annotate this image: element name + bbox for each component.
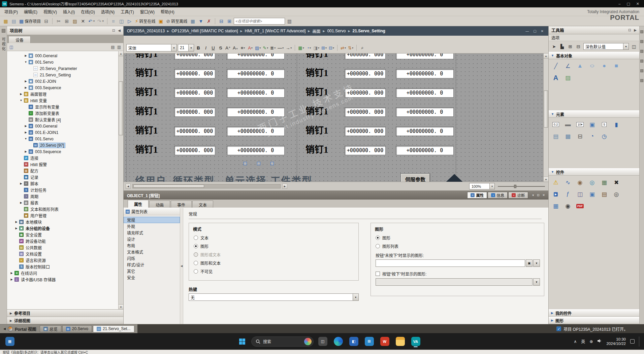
- hmi-text-field[interactable]: 销钉1: [135, 106, 158, 116]
- editor-minimize-button[interactable]: —: [525, 29, 529, 33]
- tree-expander-icon[interactable]: ▶: [10, 278, 13, 281]
- hmi-text-field[interactable]: 销钉1: [135, 87, 158, 97]
- left-strip-label[interactable]: 可视化: [1, 37, 6, 51]
- unpressed-graphic-input[interactable]: [376, 259, 525, 267]
- tree-item[interactable]: ◉用户管理: [7, 212, 118, 219]
- tree-item[interactable]: ▶▤001.E-JOIN1: [7, 129, 118, 136]
- menu-item[interactable]: 帮助(H): [158, 7, 178, 16]
- recipe-view-icon[interactable]: ▦: [599, 177, 610, 187]
- collapsed-panel-icon[interactable]: [640, 50, 643, 53]
- font-color-button[interactable]: A▾: [247, 44, 254, 51]
- tree-expander-icon[interactable]: ▶: [19, 201, 23, 204]
- save-project-button[interactable]: ▦保存项目: [18, 17, 42, 25]
- flip-button[interactable]: ⇄▾: [340, 44, 347, 51]
- radio-option[interactable]: 不可见: [189, 267, 358, 276]
- scroll-left-icon[interactable]: ◀: [126, 184, 131, 189]
- hmi-text-field[interactable]: 销钉1: [305, 54, 328, 59]
- scroll-up-icon[interactable]: ▲: [544, 54, 548, 59]
- hmi-io-field[interactable]: +000000. 000: [345, 107, 386, 117]
- grid-button[interactable]: ⊞▾: [321, 44, 327, 51]
- line-icon[interactable]: ╱: [550, 61, 561, 71]
- tree-item[interactable]: ▶▯读卡器/USB 存储器: [7, 276, 118, 283]
- project-search-input[interactable]: [234, 18, 285, 25]
- toolbox-pin-icon[interactable]: ⊡: [628, 28, 631, 32]
- rotate-button[interactable]: ⇅▾: [347, 44, 354, 51]
- ellipse-icon[interactable]: ○: [586, 61, 598, 71]
- hmi-io-field[interactable]: +00000000. 0: [227, 146, 285, 155]
- graphic-dropdown-button[interactable]: ▾: [533, 259, 540, 267]
- smart-server-icon[interactable]: ◫: [574, 189, 586, 199]
- line-style-button[interactable]: ≣▾: [269, 44, 276, 51]
- details-view-section[interactable]: ▶ 详细视图: [7, 317, 123, 324]
- tree-item[interactable]: ⇄跨设备功能: [7, 238, 118, 244]
- fx-trend-icon[interactable]: ƒ: [562, 189, 574, 199]
- spacing-button[interactable]: ⊟▾: [328, 44, 335, 51]
- selection-handle-icon[interactable]: [244, 162, 247, 165]
- properties-nav-item[interactable]: 文本格式: [124, 249, 180, 255]
- show-desktop-button[interactable]: [639, 337, 640, 347]
- hmi-io-field[interactable]: +00000000. 0: [227, 107, 285, 117]
- tree-item[interactable]: ▶⊕在线访问: [7, 270, 118, 276]
- tree-item[interactable]: ▶▤003.Sequence: [7, 148, 118, 155]
- hmi-io-field[interactable]: +000000. 000: [345, 146, 386, 155]
- hmi-text-field[interactable]: 销钉1: [305, 145, 328, 155]
- menu-item[interactable]: 项目(P): [1, 7, 21, 16]
- hmi-io-field[interactable]: +000000. 000: [174, 69, 215, 78]
- radio-option[interactable]: 图形: [189, 242, 358, 250]
- tree-item[interactable]: ⊞显示所有变量: [7, 104, 118, 110]
- panel-pin-icon[interactable]: ⊡: [112, 29, 115, 32]
- strikethrough-button[interactable]: S: [217, 44, 224, 51]
- html-browser-icon[interactable]: ◎: [586, 177, 598, 187]
- hmi-text-field[interactable]: 销钉1: [305, 68, 328, 78]
- hmi-clipped-text[interactable]: 终用户: [135, 173, 166, 182]
- radio-option[interactable]: 图形: [371, 234, 544, 242]
- tree-item[interactable]: 5计划任务: [7, 187, 118, 193]
- inspector-close-icon[interactable]: ✕: [542, 193, 545, 197]
- rectangle-icon[interactable]: ■: [611, 61, 622, 71]
- tree-item[interactable]: ▼▨HMI 变量: [7, 97, 118, 104]
- hmi-clipped-text[interactable]: 单元选择: [225, 173, 266, 182]
- tree-item[interactable]: ▼▣001.Servo: [7, 59, 118, 65]
- tree-item[interactable]: ▶▣未分组的设备: [7, 225, 118, 232]
- breadcrumb-item[interactable]: 21.Servo_Setting: [353, 29, 385, 33]
- trend-view-icon[interactable]: ∿: [562, 177, 574, 187]
- tree-item[interactable]: ⇄连接: [7, 155, 118, 161]
- tree-item[interactable]: ▶≡脚本: [7, 180, 118, 187]
- inspector-tab[interactable]: ≡属性: [467, 192, 487, 199]
- symbolic-io-field-icon[interactable]: 10▾: [574, 119, 586, 130]
- window-close-button[interactable]: ✕: [636, 2, 639, 6]
- download-button[interactable]: ▼: [197, 17, 204, 25]
- hmi-clipped-text[interactable]: 循环类型: [173, 173, 215, 182]
- pen-color-button[interactable]: ✎▾: [262, 44, 269, 51]
- tree-item[interactable]: ▶▤000.General: [7, 123, 118, 129]
- hmi-io-field[interactable]: +00000000. 0: [227, 88, 285, 98]
- graphic-view-icon[interactable]: ▨: [562, 73, 574, 83]
- nav-collapse-handle[interactable]: ◀: [180, 208, 183, 324]
- network-view-button[interactable]: ⌗: [110, 17, 117, 25]
- background-color-button[interactable]: ▨▾: [254, 44, 261, 51]
- polygon-icon[interactable]: ▲: [574, 61, 586, 71]
- tree-item[interactable]: ▭20.Servo_Parameter: [7, 65, 118, 72]
- properties-nav-item[interactable]: 外观: [124, 223, 180, 229]
- hmi-io-field[interactable]: +00000000. 0: [396, 88, 454, 98]
- collapsed-panel-icon[interactable]: [640, 79, 643, 82]
- script-diagnostics-icon[interactable]: ✖: [611, 177, 622, 187]
- tree-item[interactable]: +添加新变量表: [7, 110, 118, 116]
- tree-expander-icon[interactable]: ▶: [24, 86, 28, 89]
- switch-icon[interactable]: ⊟: [574, 131, 586, 141]
- menu-item[interactable]: 在线(O): [78, 7, 98, 16]
- editor-tab[interactable]: ▭21.Servo_Set...: [93, 325, 134, 332]
- redo-button[interactable]: ↷▾: [96, 17, 105, 25]
- menu-item[interactable]: 选项(N): [98, 7, 118, 16]
- io-field-icon[interactable]: 0.2: [550, 119, 561, 130]
- collapsed-panel-icon[interactable]: [640, 60, 643, 63]
- clock-icon[interactable]: ◷: [599, 131, 610, 141]
- italic-button[interactable]: I: [202, 44, 209, 51]
- toolbox-collapse-icon[interactable]: ▶: [634, 28, 637, 32]
- properties-nav-item[interactable]: 其它: [124, 268, 180, 274]
- properties-tab[interactable]: 文本: [192, 201, 213, 208]
- taskbar-search[interactable]: 搜索: [251, 337, 314, 347]
- tree-expander-icon[interactable]: ▶: [19, 182, 23, 185]
- hmi-io-field[interactable]: +00000000. 0: [227, 54, 285, 59]
- tree-expander-icon[interactable]: ▶: [14, 220, 18, 223]
